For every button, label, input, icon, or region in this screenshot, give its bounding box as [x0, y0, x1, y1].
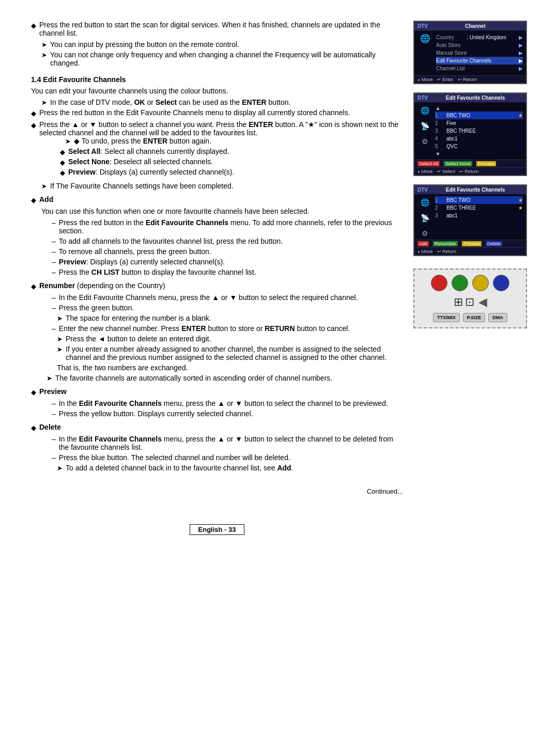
sub-bullet-selectall: ◆ Select All: Select all channels curren…: [60, 147, 403, 156]
menu-icon: ⊞: [454, 295, 463, 309]
arrow-icon: ➤: [57, 345, 63, 353]
delete-bullet-1: – In the Edit Favourite Channels menu, p…: [41, 435, 403, 451]
renumber-bullet-2: – Press the green button.: [41, 304, 403, 312]
up-arrow-indicator: ▲: [435, 104, 523, 112]
renumber-arrow-delete: ➤ Press the ◄ button to delete an entere…: [52, 335, 403, 343]
blue-button: [493, 275, 509, 291]
page-footer: English - 33: [31, 516, 403, 535]
diamond-icon: ◆: [60, 148, 65, 156]
green-button: [452, 275, 468, 291]
delete-section-body: – In the Edit Favourite Channels menu, p…: [31, 435, 403, 472]
sub-bullet-undo: ➤ ◆ To undo, press the ENTER button agai…: [60, 137, 403, 145]
settings-icon-3: ⚙: [422, 229, 428, 238]
renumber-arrow-swap: ➤ If you enter a number already assigned…: [52, 345, 403, 361]
add-section-header: ◆ Add: [31, 195, 403, 204]
diamond-icon: ◆: [31, 282, 36, 290]
signal-icon: 📡: [421, 122, 429, 130]
diamond-icon: ◆: [31, 424, 36, 432]
tv-channel-4: 4 abc1: [435, 135, 523, 143]
renumber-sub-1: ➤ The space for entering the number is a…: [41, 314, 403, 322]
ttxmix-button: TTX/MIX: [433, 313, 460, 322]
globe-icon-2: 🌐: [421, 106, 429, 115]
tv-screen-1: DTV Channel 🌐 Country : United Kingdom ▶: [413, 21, 527, 84]
bullet-red-button: ◆ Press the red button to start the scan…: [31, 21, 403, 37]
dma-button: DMA: [488, 313, 507, 322]
down-arrow-indicator: ▼: [435, 150, 523, 158]
globe-icon: 🌐: [420, 34, 430, 43]
signal-icon-3: 📡: [421, 214, 429, 222]
tv-row-editfav: Edit Favourite Channels ▶: [436, 57, 523, 65]
tv-screen-2: DTV Edit Favourite Channels 🌐 📡 ⚙ ▲ 1: [413, 92, 527, 176]
add-section-body: You can use this function when one or mo…: [31, 207, 403, 276]
diamond-icon: ◆: [60, 169, 65, 177]
renumber-sub-3: ➤ The favorite channels are automaticall…: [41, 374, 403, 382]
renumber-arrow-sorted: ➤ The favorite channels are automaticall…: [41, 374, 403, 382]
bottom-buttons-row: TTX/MIX P.SIZE DMA: [433, 313, 507, 322]
preview-bullet-1: – In the Edit Favourite Channels menu, p…: [41, 399, 403, 407]
red-button: [431, 275, 447, 291]
bullet-frequency: ➤ You can not change only frequency and …: [31, 51, 403, 67]
section-heading: 1.4 Edit Favourite Channels: [31, 75, 403, 84]
add-bullet-preview: – Preview: Displays (a) currently select…: [41, 258, 403, 266]
tv3-channel-3: 3 abc1: [435, 212, 523, 219]
yellow-button: [472, 275, 489, 291]
arrow-icon: ➤: [41, 182, 47, 190]
english-page-number: English - 33: [190, 524, 245, 535]
tv-screen-3-body: 🌐 📡 ⚙ 1 BBC TWO ★ 2 BBC THREE: [414, 194, 526, 240]
globe-icon-3: 🌐: [421, 198, 429, 207]
continued-text: Continued...: [31, 487, 403, 495]
renumber-bullet-1: – In the Edit Favourite Channels menu, p…: [41, 293, 403, 302]
top-bullets-section: ◆ Press the red button to start the scan…: [31, 21, 403, 67]
arrow-icon: ➤: [41, 99, 47, 106]
preview-bullet-2: – Press the yellow button. Displays curr…: [41, 410, 403, 418]
color-buttons-row: [431, 275, 509, 291]
renumber-bullet-3: – Enter the new channel number. Press EN…: [41, 324, 403, 333]
tv3-channel-2: 2 BBC THREE ★: [435, 204, 523, 212]
tv-icon: ⊡: [465, 295, 474, 309]
preview-section-body: – In the Edit Favourite Channels menu, p…: [31, 399, 403, 418]
tv-screen-1-footer: ⬧ Move ↵ Enter ↩ Return: [414, 75, 526, 83]
renumber-section-header: ◆ Renumber (depending on the Country): [31, 281, 403, 290]
tv-channel-3: 3 BBC THREE: [435, 127, 523, 135]
right-column-screens: DTV Channel 🌐 Country : United Kingdom ▶: [413, 21, 527, 535]
arrow-icon: ➤: [41, 41, 47, 49]
renumber-sub-2: ➤ Press the ◄ button to delete an entere…: [41, 335, 403, 361]
renumber-exchange: That is, the two numbers are exchanged.: [41, 364, 403, 372]
add-bullet-2: – To add all channels to the favourites …: [41, 237, 403, 245]
delete-arrow-add-back: ➤ To add a deleted channel back in to th…: [52, 464, 403, 472]
tv-screen-3-nav: ⬧ Move ↩ Return: [414, 247, 526, 255]
settings-icon: ⚙: [422, 137, 428, 146]
tv-channel-5: 5 QVC: [435, 143, 523, 150]
tv-row-country: Country : United Kingdom ▶: [436, 34, 523, 41]
tv-screen-2-header: DTV Edit Favourite Channels: [414, 93, 526, 102]
sub-bullet-selectnone: ◆ Select None: Deselect all selected cha…: [60, 158, 403, 166]
remote-icons-row: ⊞ ⊡ ◀: [454, 295, 487, 309]
diamond-icon: ◆: [60, 159, 65, 166]
tv-channel-1: 1 BBC TWO ★: [435, 112, 523, 119]
bullet-select-channel: ◆ Press the ▲ or ▼ button to select a ch…: [31, 120, 403, 179]
renumber-arrow-blank: ➤ The space for entering the number is a…: [52, 314, 403, 322]
add-bullet-chlist: – Press the CH LIST button to display th…: [41, 268, 403, 276]
bullet-red-fav: ◆ Press the red button in the Edit Favou…: [31, 108, 403, 117]
tv-screen-3: DTV Edit Favourite Channels 🌐 📡 ⚙ 1 BBC …: [413, 184, 527, 256]
section-intro: You can edit your favourite channels usi…: [31, 87, 403, 95]
tv3-channel-1: 1 BBC TWO ★: [435, 196, 523, 204]
diamond-icon: ◆: [31, 196, 36, 204]
preview-section-header: ◆ Preview: [31, 387, 403, 396]
delete-sub-1: ➤ To add a deleted channel back in to th…: [41, 464, 403, 472]
tv-screen-2-footer: Select All Select None Preview: [414, 160, 526, 167]
diamond-icon: ◆: [31, 109, 36, 117]
tv-screen-3-footer: Add Renumber Preview Delete: [414, 240, 526, 247]
delete-bullet-2: – Press the blue button. The selected ch…: [41, 453, 403, 462]
bullet-enter: ➤ In the case of DTV mode, OK or Select …: [31, 98, 403, 106]
tv-row-autostore: Auto Store ▶: [436, 41, 523, 49]
arrow-icon: ➤: [41, 51, 47, 59]
section-1-4: 1.4 Edit Favourite Channels You can edit…: [31, 75, 403, 472]
nav-arrows-icon: ◀: [478, 295, 487, 309]
tv-screen-3-header: DTV Edit Favourite Channels: [414, 185, 526, 194]
arrow-icon: ➤: [57, 464, 63, 472]
bullet-input-remote: ➤ You can input by pressing the button o…: [31, 40, 403, 49]
remote-control-area: ⊞ ⊡ ◀ TTX/MIX P.SIZE DMA: [413, 269, 527, 328]
arrow-icon: ➤: [65, 137, 71, 145]
arrow-icon: ➤: [57, 314, 63, 322]
